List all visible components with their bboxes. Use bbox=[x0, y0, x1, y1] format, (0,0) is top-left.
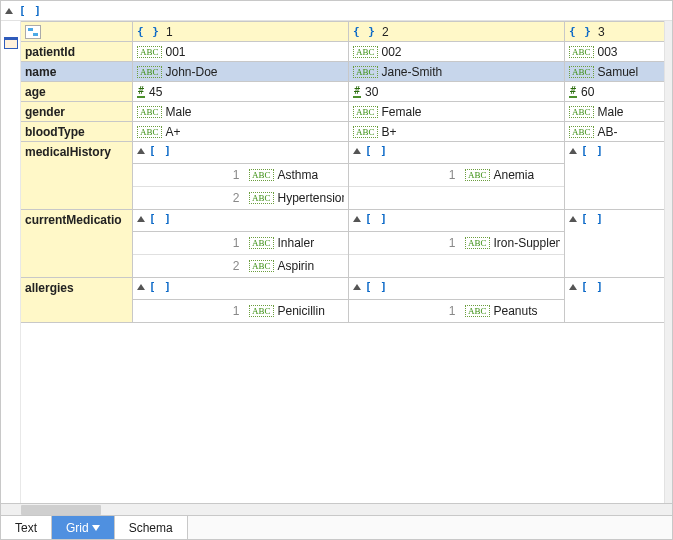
cell-bloodtype-1[interactable]: ABCA+ bbox=[133, 122, 349, 142]
string-type-icon: ABC bbox=[249, 237, 274, 249]
number-type-icon: # bbox=[353, 85, 361, 98]
cell-patientid-3[interactable]: ABC003 bbox=[565, 42, 664, 62]
list-item[interactable]: 1ABCAsthma bbox=[133, 164, 348, 187]
cell-gender-2[interactable]: ABCFemale bbox=[349, 102, 565, 122]
cell-allergies-3[interactable]: [ ] bbox=[565, 278, 664, 323]
collapse-icon[interactable] bbox=[353, 284, 361, 290]
cell-patientid-2[interactable]: ABC002 bbox=[349, 42, 565, 62]
string-type-icon: ABC bbox=[465, 305, 490, 317]
cell-value: Samuel bbox=[598, 65, 639, 79]
string-type-icon: ABC bbox=[137, 126, 162, 138]
data-grid: { } 1 { } 2 { } 3 patientId ABC001 ABC00… bbox=[21, 21, 664, 323]
collapse-icon[interactable] bbox=[137, 148, 145, 154]
cell-medicalhistory-2[interactable]: [ ] 1ABCAnemia 2 bbox=[349, 142, 565, 210]
array-icon: [ ] bbox=[365, 212, 388, 225]
cell-value: Male bbox=[598, 105, 624, 119]
cell-bloodtype-3[interactable]: ABCAB- bbox=[565, 122, 664, 142]
string-type-icon: ABC bbox=[569, 66, 594, 78]
cell-name-3[interactable]: ABCSamuel bbox=[565, 62, 664, 82]
collapse-icon[interactable] bbox=[569, 284, 577, 290]
list-item[interactable]: 1ABCPeanuts bbox=[349, 300, 564, 322]
list-item[interactable]: 1ABCPenicillin bbox=[133, 300, 348, 322]
array-icon: [ ] bbox=[581, 280, 604, 293]
object-icon: { } bbox=[137, 25, 160, 38]
array-icon: [ ] bbox=[19, 4, 42, 17]
view-tabs: Text Grid Schema bbox=[1, 515, 672, 539]
collapse-icon[interactable] bbox=[569, 216, 577, 222]
row-header-patientid[interactable]: patientId bbox=[21, 42, 133, 62]
string-type-icon: ABC bbox=[353, 66, 378, 78]
string-type-icon: ABC bbox=[249, 192, 274, 204]
collapse-root-icon[interactable] bbox=[5, 8, 13, 14]
cell-bloodtype-2[interactable]: ABCB+ bbox=[349, 122, 565, 142]
cell-age-1[interactable]: #45 bbox=[133, 82, 349, 102]
cell-allergies-2[interactable]: [ ] 1ABCPeanuts bbox=[349, 278, 565, 323]
row-header-allergies[interactable]: allergies bbox=[21, 278, 133, 323]
corner-cell bbox=[21, 22, 133, 42]
object-icon: { } bbox=[353, 25, 376, 38]
tab-grid[interactable]: Grid bbox=[52, 516, 115, 539]
col-index: 1 bbox=[166, 25, 173, 39]
cell-gender-3[interactable]: ABCMale bbox=[565, 102, 664, 122]
tab-schema[interactable]: Schema bbox=[115, 516, 188, 539]
row-header-bloodtype[interactable]: bloodType bbox=[21, 122, 133, 142]
cell-value: John-Doe bbox=[166, 65, 218, 79]
cell-value: 60 bbox=[581, 85, 594, 99]
cell-value: Inhaler bbox=[278, 236, 315, 250]
cell-currentmed-2[interactable]: [ ] 1ABCIron-Supplement 2 bbox=[349, 210, 565, 278]
cell-gender-1[interactable]: ABCMale bbox=[133, 102, 349, 122]
list-item[interactable]: 1ABCInhaler bbox=[133, 232, 348, 255]
cell-name-1[interactable]: ABCJohn-Doe bbox=[133, 62, 349, 82]
list-item[interactable]: 1ABCAnemia bbox=[349, 164, 564, 187]
row-header-medicalhistory[interactable]: medicalHistory bbox=[21, 142, 133, 210]
row-header-age[interactable]: age bbox=[21, 82, 133, 102]
array-icon: [ ] bbox=[365, 144, 388, 157]
string-type-icon: ABC bbox=[249, 169, 274, 181]
root-header: [ ] bbox=[1, 1, 672, 21]
cell-value: Anemia bbox=[494, 168, 535, 182]
array-icon: [ ] bbox=[581, 212, 604, 225]
vertical-scrollbar[interactable] bbox=[664, 21, 672, 503]
cell-patientid-1[interactable]: ABC001 bbox=[133, 42, 349, 62]
tab-text[interactable]: Text bbox=[1, 516, 52, 539]
list-item[interactable]: 2ABCHypertension bbox=[133, 187, 348, 209]
cell-value: Aspirin bbox=[278, 259, 315, 273]
cell-value: Penicillin bbox=[278, 304, 325, 318]
collapse-icon[interactable] bbox=[137, 284, 145, 290]
cell-medicalhistory-1[interactable]: [ ] 1ABCAsthma 2ABCHypertension bbox=[133, 142, 349, 210]
col-header-1[interactable]: { } 1 bbox=[133, 22, 349, 42]
col-index: 3 bbox=[598, 25, 605, 39]
cell-age-3[interactable]: #60 bbox=[565, 82, 664, 102]
cell-medicalhistory-3[interactable]: [ ] bbox=[565, 142, 664, 210]
row-header-currentmedications[interactable]: currentMedicatio bbox=[21, 210, 133, 278]
cell-currentmed-1[interactable]: [ ] 1ABCInhaler 2ABCAspirin bbox=[133, 210, 349, 278]
collapse-icon[interactable] bbox=[353, 216, 361, 222]
col-header-2[interactable]: { } 2 bbox=[349, 22, 565, 42]
string-type-icon: ABC bbox=[353, 106, 378, 118]
field-label: patientId bbox=[25, 45, 75, 59]
cell-currentmed-3[interactable]: [ ] bbox=[565, 210, 664, 278]
collapse-icon[interactable] bbox=[353, 148, 361, 154]
row-header-name[interactable]: name bbox=[21, 62, 133, 82]
subtable: 1ABCInhaler 2ABCAspirin bbox=[133, 231, 348, 277]
cell-value: Iron-Supplement bbox=[494, 236, 560, 250]
scroll-thumb[interactable] bbox=[21, 505, 101, 515]
string-type-icon: ABC bbox=[137, 106, 162, 118]
cell-value: 002 bbox=[382, 45, 402, 59]
list-item[interactable]: 2ABCAspirin bbox=[133, 255, 348, 277]
string-type-icon: ABC bbox=[569, 46, 594, 58]
col-header-3[interactable]: { } 3 bbox=[565, 22, 664, 42]
list-item[interactable]: 1ABCIron-Supplement bbox=[349, 232, 564, 255]
tab-label: Text bbox=[15, 521, 37, 535]
collapse-icon[interactable] bbox=[569, 148, 577, 154]
cell-allergies-1[interactable]: [ ] 1ABCPenicillin bbox=[133, 278, 349, 323]
field-label: medicalHistory bbox=[25, 145, 111, 159]
horizontal-scrollbar[interactable] bbox=[1, 503, 672, 515]
collapse-icon[interactable] bbox=[137, 216, 145, 222]
cell-value: 003 bbox=[598, 45, 618, 59]
row-header-gender[interactable]: gender bbox=[21, 102, 133, 122]
cell-age-2[interactable]: #30 bbox=[349, 82, 565, 102]
grid-scroll[interactable]: { } 1 { } 2 { } 3 patientId ABC001 ABC00… bbox=[21, 21, 664, 503]
table-icon bbox=[4, 37, 18, 49]
cell-name-2[interactable]: ABCJane-Smith bbox=[349, 62, 565, 82]
